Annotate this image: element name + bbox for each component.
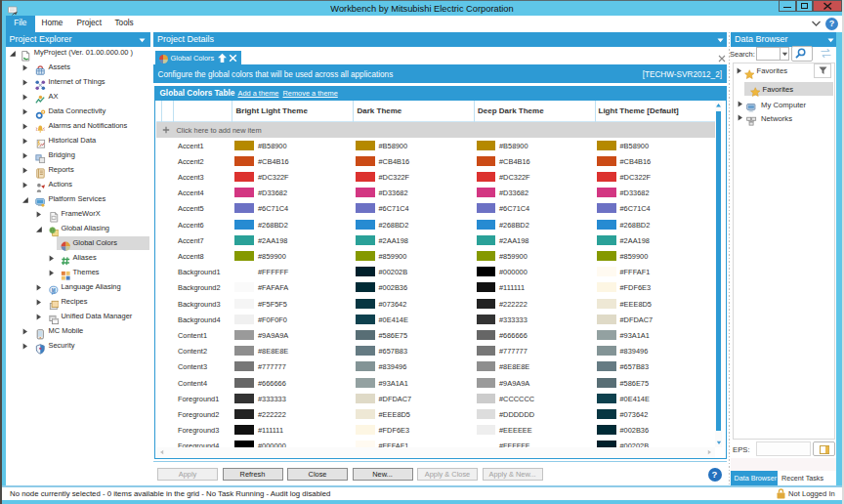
svg-text:M: M — [51, 288, 55, 293]
